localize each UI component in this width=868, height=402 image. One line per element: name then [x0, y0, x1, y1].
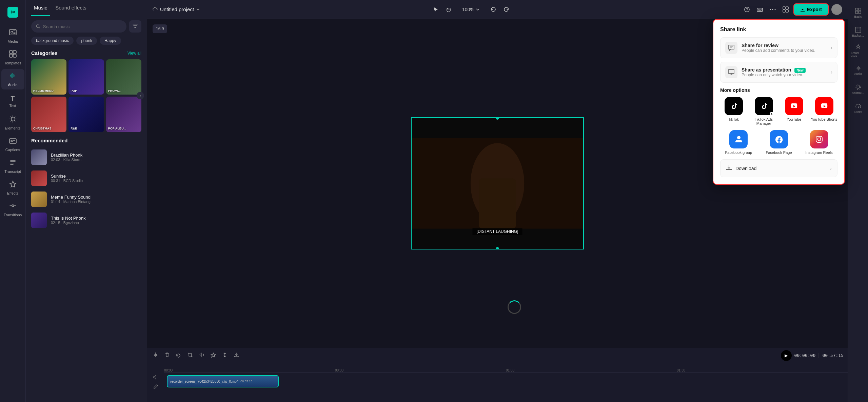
right-panel-smart-tools[interactable]: Smart tools [849, 42, 867, 60]
loop-button[interactable] [174, 350, 183, 361]
detach-audio-button[interactable] [220, 350, 229, 361]
track-meta-1: 00:31 · BCD Studio [51, 179, 141, 183]
category-rnb[interactable]: R&B [68, 97, 104, 132]
canvas-handle-bottom[interactable] [496, 247, 499, 249]
track-item-3[interactable]: This Is Not Phonk 02:15 · Bgnzinho [31, 210, 141, 231]
sidebar-item-label-media: Media [8, 39, 18, 43]
right-panel-animate[interactable]: Animat... [849, 80, 867, 98]
platform-facebook-group[interactable]: Facebook group [720, 130, 757, 155]
track-item-1[interactable]: Sunrise 00:31 · BCD Studio [31, 168, 141, 189]
view-all-button[interactable]: View all [127, 51, 141, 56]
category-recommend[interactable]: RECOMMEND [31, 59, 66, 95]
right-panel-audio[interactable]: Audio [849, 61, 867, 79]
recommended-header: Recommended [31, 138, 141, 143]
right-panel-speed[interactable]: Speed [849, 99, 867, 117]
background-icon [855, 27, 861, 33]
track-clip[interactable]: recorder_screen_l704253420550_clip_0.mp4… [167, 375, 279, 387]
delete-clip-button[interactable] [163, 350, 172, 361]
svg-rect-23 [786, 10, 788, 12]
sidebar-item-text[interactable]: T Text [1, 91, 24, 111]
platform-facebook-page[interactable]: Facebook Page [761, 130, 797, 155]
fb-page-logo [774, 135, 783, 144]
split-view-button[interactable] [781, 4, 791, 15]
instagram-logo [815, 135, 824, 144]
category-christmas[interactable]: CHRISTMAS [31, 97, 66, 132]
platform-tiktok-ads[interactable]: A TikTok Ads Manager [750, 97, 777, 125]
sidebar-item-elements[interactable]: Elements [1, 113, 24, 133]
captions-icon [9, 137, 17, 146]
crop-button[interactable] [186, 350, 195, 361]
track-thumb-0 [31, 149, 47, 165]
sidebar-item-media[interactable]: Media [1, 26, 24, 46]
fb-page-label: Facebook Page [766, 150, 792, 155]
hand-tool-button[interactable] [443, 4, 454, 15]
category-pop-album[interactable]: POP ALBU... [106, 97, 141, 132]
category-pop[interactable]: POP [68, 59, 104, 95]
share-review-icon [725, 42, 737, 54]
share-for-review-option[interactable]: Share for review People can add comments… [720, 37, 837, 58]
help-button[interactable]: ? [742, 4, 752, 15]
platform-youtube[interactable]: YouTube [781, 97, 807, 125]
play-button[interactable]: ▶ [781, 350, 792, 361]
track-item-0[interactable]: Brazillian Phonk 02:03 · Killa Storm [31, 147, 141, 168]
timeline-content: 00:00 00:30 01:00 01:30 recorder_screen_… [147, 363, 848, 402]
sidebar-item-transcript[interactable]: Transcript [1, 156, 24, 176]
cursor-tool-button[interactable] [431, 4, 441, 15]
timeline-edit-button[interactable] [153, 384, 158, 391]
tiktok-ads-icon: A [755, 97, 773, 115]
speed-button[interactable] [209, 350, 218, 361]
volume-icon [153, 375, 158, 380]
download-clip-button[interactable] [232, 350, 241, 361]
volume-button[interactable] [153, 375, 158, 381]
category-promise[interactable]: PROMI... [106, 59, 141, 95]
sidebar-item-transitions[interactable]: Transitions [1, 199, 24, 220]
top-bar-right: ? Export [742, 3, 842, 16]
redo-icon [503, 6, 509, 13]
user-avatar[interactable] [831, 4, 842, 15]
search-box[interactable] [31, 20, 126, 33]
split-clip-button[interactable] [151, 350, 160, 361]
track-item-2[interactable]: Meme Funny Sound 01:14 · Manhoa Bintang [31, 189, 141, 210]
right-panel-background[interactable]: Backgr... [849, 23, 867, 41]
platform-tiktok[interactable]: TikTok [720, 97, 747, 125]
keyboard-shortcuts-button[interactable] [755, 4, 765, 15]
sidebar-item-effects[interactable]: Effects [1, 178, 24, 198]
sidebar-item-templates[interactable]: Templates [1, 47, 24, 68]
track-name-0: Brazillian Phonk [51, 153, 141, 158]
zoom-control[interactable]: 100% [462, 7, 480, 12]
sidebar-item-audio[interactable]: Audio [1, 69, 24, 89]
clip-name: recorder_screen_l704253420550_clip_0.mp4 [170, 380, 238, 383]
cloud-icon [153, 7, 158, 12]
undo-button[interactable] [488, 4, 498, 15]
svg-point-12 [36, 25, 39, 27]
aspect-ratio-badge[interactable]: 16:9 [153, 24, 167, 33]
sidebar-item-captions[interactable]: Captions [1, 134, 24, 155]
project-name[interactable]: Untitled project [153, 6, 200, 12]
tag-background-music[interactable]: background music [31, 37, 74, 45]
flip-button[interactable] [197, 350, 206, 361]
tiktok-logo [729, 102, 738, 110]
tab-sound-effects[interactable]: Sound effects [53, 0, 89, 16]
download-button[interactable]: Download › [720, 159, 837, 177]
tab-music[interactable]: Music [31, 0, 50, 16]
platform-youtube-shorts[interactable]: YouTube Shorts [811, 97, 837, 125]
redo-button[interactable] [501, 4, 511, 15]
total-time: 00:57:15 [822, 353, 844, 358]
right-panel-basic[interactable]: Basic [849, 4, 867, 22]
platform-instagram[interactable]: Instagram Reels [801, 130, 837, 155]
tag-phonk[interactable]: phonk [76, 37, 97, 45]
tiktok-label: TikTok [728, 117, 739, 121]
svg-point-8 [12, 118, 14, 120]
download-arrow-icon [726, 164, 732, 170]
share-presentation-option[interactable]: Share as presentation New People can onl… [720, 62, 837, 83]
filter-button[interactable] [129, 20, 141, 33]
chevron-right-categories[interactable]: › [137, 92, 144, 99]
tag-happy[interactable]: Happy [100, 37, 121, 45]
export-button[interactable]: Export [793, 3, 829, 16]
sidebar-nav: ✂ Media Templates Audio T Text Elements … [0, 0, 26, 402]
elements-icon [9, 115, 17, 125]
panel-body: background music phonk Happy Categories … [26, 16, 147, 402]
search-input[interactable] [43, 24, 122, 29]
youtube-logo [790, 102, 798, 110]
more-options-button[interactable] [768, 7, 778, 12]
